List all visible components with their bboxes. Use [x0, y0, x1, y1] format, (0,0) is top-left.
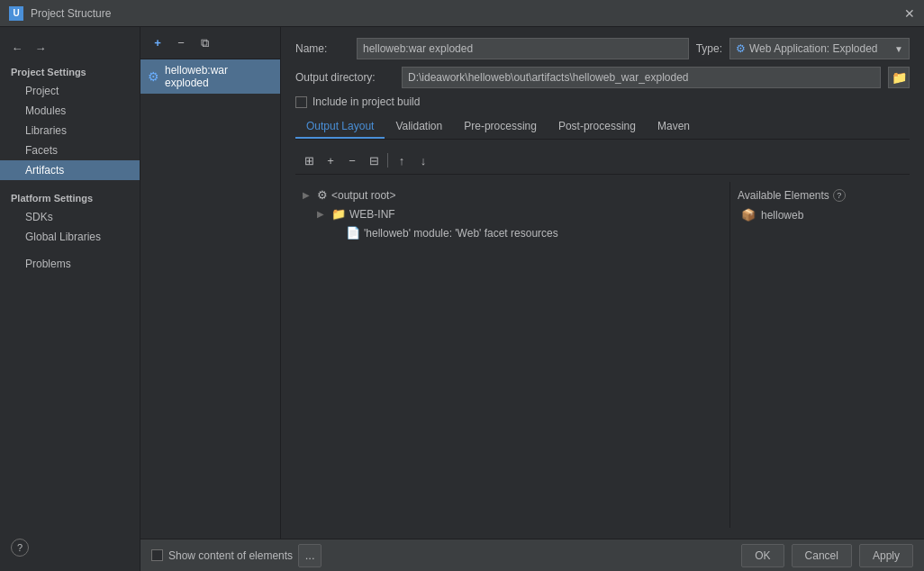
tree-panel: ▶ ⚙ <output root> ▶ 📁 WEB-INF ▶	[295, 182, 729, 528]
tree-item-helloweb-module[interactable]: ▶ 📄 'helloweb' module: 'Web' facet resou…	[295, 223, 729, 242]
folder-icon: 📁	[892, 70, 907, 85]
tab-pre-processing[interactable]: Pre-processing	[453, 115, 548, 139]
web-inf-label: WEB-INF	[349, 208, 395, 221]
help-button[interactable]: ?	[11, 539, 29, 557]
copy-artifact-button[interactable]: ⧉	[195, 33, 214, 53]
sidebar-item-project[interactable]: Project	[0, 81, 140, 101]
show-content-label: Show content of elements	[168, 549, 293, 562]
tree-tool-remove[interactable]: −	[342, 150, 362, 170]
sidebar-bottom: ?	[0, 531, 140, 564]
artifact-toolbar: + − ⧉	[140, 27, 280, 59]
platform-settings-label: Platform Settings	[0, 187, 140, 207]
output-root-icon: ⚙	[317, 188, 328, 202]
show-content-checkbox[interactable]	[151, 549, 163, 561]
available-item-label: helloweb	[761, 209, 803, 222]
tree-content-area: ▶ ⚙ <output root> ▶ 📁 WEB-INF ▶	[295, 182, 910, 528]
module-label: 'helloweb' module: 'Web' facet resources	[364, 227, 558, 240]
tree-item-output-root[interactable]: ▶ ⚙ <output root>	[295, 186, 729, 204]
type-container: Type: ⚙ Web Application: Exploded ▼	[696, 38, 910, 59]
main-content: ← → Project Settings Project Modules Lib…	[0, 27, 924, 571]
sidebar: ← → Project Settings Project Modules Lib…	[0, 27, 140, 571]
bottom-right: OK Cancel Apply	[741, 544, 913, 567]
output-dir-row: Output directory: 📁	[295, 67, 910, 88]
add-artifact-button[interactable]: +	[148, 33, 168, 53]
name-input[interactable]	[357, 38, 689, 59]
project-settings-label: Project Settings	[0, 61, 140, 81]
sidebar-item-facets[interactable]: Facets	[0, 140, 140, 160]
available-header: Available Elements ?	[730, 186, 910, 205]
available-item-helloweb[interactable]: 📦 helloweb	[730, 205, 910, 224]
bottom-bar: Show content of elements ... OK Cancel A…	[140, 539, 924, 571]
remove-artifact-button[interactable]: −	[171, 33, 191, 53]
include-checkbox-row: Include in project build	[295, 95, 910, 108]
web-inf-icon: 📁	[331, 207, 346, 221]
type-select-value: Web Application: Exploded	[749, 42, 878, 55]
sidebar-item-global-libraries[interactable]: Global Libraries	[0, 227, 140, 247]
output-dir-label: Output directory:	[295, 71, 394, 84]
bottom-left: Show content of elements ...	[151, 544, 322, 567]
artifact-item-icon: ⚙	[148, 69, 159, 84]
output-root-label: <output root>	[331, 189, 395, 202]
available-item-icon: 📦	[741, 208, 756, 222]
output-dir-input[interactable]	[402, 67, 881, 88]
browse-button[interactable]: 📁	[888, 67, 910, 88]
tree-tool-down[interactable]: ↓	[413, 150, 433, 170]
title-bar: U Project Structure ✕	[0, 0, 924, 27]
nav-back-button[interactable]: ←	[7, 38, 27, 58]
type-select[interactable]: ⚙ Web Application: Exploded ▼	[729, 38, 910, 59]
artifact-list-item[interactable]: ⚙ helloweb:war exploded	[140, 59, 280, 94]
tab-output-layout[interactable]: Output Layout	[295, 115, 385, 139]
available-help-icon[interactable]: ?	[833, 189, 846, 202]
available-header-label: Available Elements	[738, 189, 829, 202]
tab-validation[interactable]: Validation	[385, 115, 453, 139]
window-title: Project Structure	[31, 7, 111, 20]
type-label: Type:	[696, 42, 722, 55]
detail-panel: Name: Type: ⚙ Web Application: Exploded …	[281, 27, 924, 539]
cancel-button[interactable]: Cancel	[792, 544, 852, 567]
apply-button[interactable]: Apply	[859, 544, 913, 567]
right-panel: + − ⧉ ⚙ helloweb:war exploded Name: Typ	[140, 27, 924, 571]
toolbar-separator	[387, 153, 388, 168]
name-row: Name: Type: ⚙ Web Application: Exploded …	[295, 38, 910, 59]
sidebar-item-libraries[interactable]: Libraries	[0, 121, 140, 140]
tree-arrow: ▶	[303, 190, 313, 200]
include-checkbox[interactable]	[295, 96, 307, 108]
tabs-bar: Output Layout Validation Pre-processing …	[295, 115, 910, 140]
close-button[interactable]: ✕	[904, 6, 915, 21]
tab-post-processing[interactable]: Post-processing	[548, 115, 647, 139]
ellipsis-button[interactable]: ...	[298, 544, 322, 567]
available-panel: Available Elements ? 📦 helloweb	[729, 182, 910, 528]
tree-arrow-web-inf: ▶	[317, 209, 328, 219]
type-select-icon: ⚙	[736, 42, 746, 55]
type-dropdown-arrow: ▼	[894, 44, 903, 54]
sidebar-item-problems[interactable]: Problems	[0, 254, 140, 274]
ok-button[interactable]: OK	[741, 544, 784, 567]
artifact-split: + − ⧉ ⚙ helloweb:war exploded Name: Typ	[140, 27, 924, 539]
artifact-list-panel: + − ⧉ ⚙ helloweb:war exploded	[140, 27, 281, 539]
module-icon: 📄	[346, 226, 360, 240]
tree-tool-4[interactable]: ⊟	[364, 150, 384, 170]
title-bar-left: U Project Structure	[9, 6, 111, 21]
app-icon: U	[9, 6, 23, 21]
tab-maven[interactable]: Maven	[647, 115, 701, 139]
include-label: Include in project build	[313, 95, 420, 108]
sidebar-item-artifacts[interactable]: Artifacts	[0, 160, 140, 180]
name-label: Name:	[295, 42, 349, 55]
nav-forward-button[interactable]: →	[31, 38, 50, 58]
tree-tool-1[interactable]: ⊞	[299, 150, 319, 170]
sidebar-item-modules[interactable]: Modules	[0, 101, 140, 121]
sidebar-item-sdks[interactable]: SDKs	[0, 207, 140, 227]
tree-item-web-inf[interactable]: ▶ 📁 WEB-INF	[295, 204, 729, 223]
artifact-item-label: helloweb:war exploded	[165, 64, 273, 89]
tree-tool-add[interactable]: +	[321, 150, 340, 170]
tree-toolbar: ⊞ + − ⊟ ↑ ↓	[295, 147, 910, 175]
tree-tool-up[interactable]: ↑	[392, 150, 412, 170]
